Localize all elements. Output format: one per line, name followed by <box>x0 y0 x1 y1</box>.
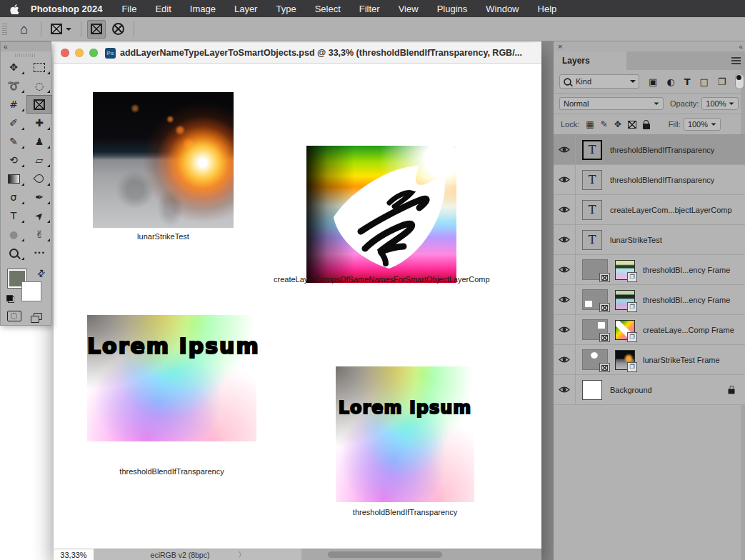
canvas-area[interactable]: lunarStrikeTest createLayerCompsOfSameNa… <box>54 64 541 549</box>
menu-item-image[interactable]: Image <box>181 4 225 14</box>
pen-tool[interactable]: ✒ <box>26 188 52 206</box>
filter-pixel-layers-icon[interactable]: ▣ <box>649 76 657 87</box>
home-icon[interactable]: ⌂ <box>20 21 28 37</box>
menu-item-layer[interactable]: Layer <box>225 4 267 14</box>
visibility-cell[interactable] <box>554 315 576 344</box>
visibility-cell[interactable] <box>554 375 576 404</box>
color-profile-status[interactable]: eciRGB v2 (8bpc) 〉 <box>94 549 301 560</box>
background-layer-thumbnail[interactable] <box>582 380 602 400</box>
visibility-eye-icon[interactable] <box>559 356 570 364</box>
filter-shape-layers-icon[interactable]: □ <box>700 76 709 87</box>
frame-content-thumbnail[interactable]: ❐ <box>615 260 635 280</box>
zoom-level-field[interactable]: 33,33% <box>54 549 94 560</box>
menu-item-view[interactable]: View <box>389 4 428 14</box>
visibility-eye-icon[interactable] <box>559 146 570 154</box>
menu-item-help[interactable]: Help <box>529 4 566 14</box>
layer-name[interactable]: createLaye...Comp Frame <box>643 326 734 334</box>
horizontal-scrollbar-thumb[interactable] <box>328 551 442 558</box>
eraser-tool[interactable]: ▱ <box>26 151 52 169</box>
visibility-eye-icon[interactable] <box>559 296 570 304</box>
filter-type-layers-icon[interactable]: T <box>684 76 691 87</box>
type-layer-thumbnail[interactable]: T <box>582 170 602 190</box>
lock-move-icon[interactable]: ✥ <box>614 119 621 129</box>
visibility-cell[interactable] <box>554 225 576 254</box>
healing-brush-tool[interactable]: ✚ <box>26 114 52 132</box>
lasso-tool[interactable]: ➰ <box>1 76 26 95</box>
document-title-bar[interactable]: Ps addLayerNameTypeLayerToSmartObjects.p… <box>54 43 541 64</box>
brush-tool[interactable]: ✎ <box>1 132 26 151</box>
visibility-cell[interactable] <box>554 285 576 314</box>
menu-item-select[interactable]: Select <box>306 4 350 14</box>
type-layer-thumbnail[interactable]: T <box>582 140 602 160</box>
layer-name[interactable]: createLayerCom...bjectLayerComp <box>610 206 732 214</box>
options-bar-grip[interactable] <box>2 24 7 35</box>
tools-palette-header[interactable]: « <box>1 42 51 51</box>
elliptical-frame-mode-button[interactable] <box>109 20 128 39</box>
marquee-tool[interactable] <box>26 58 52 76</box>
fill-dropdown[interactable]: 100% <box>684 118 721 131</box>
visibility-cell[interactable] <box>554 135 576 164</box>
menu-item-edit[interactable]: Edit <box>146 4 180 14</box>
visibility-eye-icon[interactable] <box>559 326 570 334</box>
layer-row[interactable]: TcreateLayerCom...bjectLayerComp <box>554 195 745 225</box>
object-selection-tool[interactable]: ◌ <box>26 76 52 95</box>
lock-artboard-icon[interactable] <box>628 121 636 129</box>
menu-item-filter[interactable]: Filter <box>350 4 389 14</box>
visibility-eye-icon[interactable] <box>559 386 570 394</box>
layer-row[interactable]: TlunarStrikeTest <box>554 225 745 255</box>
blend-mode-dropdown[interactable]: Normal <box>559 97 664 110</box>
gradient-tool[interactable] <box>1 169 26 188</box>
lock-all-icon[interactable] <box>643 124 650 129</box>
dodge-tool[interactable]: σ <box>1 188 26 206</box>
layer-row[interactable]: ❐lunarStrikeTest Frame <box>554 345 745 375</box>
default-colors-icon[interactable] <box>6 295 14 303</box>
layer-name[interactable]: Background <box>610 386 652 394</box>
kind-filter-dropdown[interactable]: Kind <box>559 74 639 89</box>
hand-tool[interactable]: ✌ <box>26 225 52 244</box>
lock-transparency-icon[interactable]: ▦ <box>586 119 594 129</box>
frame-thumbnail[interactable] <box>582 349 608 370</box>
tab-layers[interactable]: Layers <box>554 51 626 70</box>
layer-name[interactable]: thresholdBl...ency Frame <box>643 296 730 304</box>
zoom-button[interactable] <box>89 49 98 57</box>
visibility-eye-icon[interactable] <box>559 176 570 184</box>
layer-row[interactable]: ❐thresholdBl...ency Frame <box>554 255 745 285</box>
quick-mask-mode-button[interactable] <box>7 311 21 321</box>
frame-content-thumbnail[interactable]: ❐ <box>615 290 635 310</box>
collapse-panels-icon[interactable]: « <box>739 43 741 51</box>
swap-colors-icon[interactable]: ⇄ <box>34 266 47 279</box>
collapse-toolbar-icon[interactable]: « <box>4 44 6 51</box>
layer-name[interactable]: thresholdBl...ency Frame <box>643 266 730 274</box>
layer-row[interactable]: ❐createLaye...Comp Frame <box>554 315 745 345</box>
screen-mode-button[interactable] <box>34 313 42 320</box>
visibility-eye-icon[interactable] <box>559 236 570 244</box>
filter-smart-objects-icon[interactable]: ❐ <box>718 76 726 87</box>
visibility-cell[interactable] <box>554 195 576 224</box>
filter-adjustment-layers-icon[interactable]: ◐ <box>666 76 674 87</box>
layer-name[interactable]: lunarStrikeTest <box>610 236 662 244</box>
background-color-swatch[interactable] <box>22 282 41 301</box>
layer-row[interactable]: ❐thresholdBl...ency Frame <box>554 285 745 315</box>
type-tool[interactable]: T <box>1 206 26 225</box>
layer-name[interactable]: thresholdBlendIfTransparency <box>610 146 714 154</box>
path-selection-tool[interactable]: ➤ <box>26 206 52 225</box>
minimize-button[interactable] <box>75 49 84 57</box>
frame-content-thumbnail[interactable]: ❐ <box>615 350 635 370</box>
eyedropper-tool[interactable]: ✐ <box>1 114 26 132</box>
frame-thumbnail[interactable] <box>582 259 608 280</box>
menu-item-window[interactable]: Window <box>476 4 528 14</box>
menu-item-type[interactable]: Type <box>266 4 305 14</box>
close-button[interactable] <box>61 49 69 57</box>
blur-tool[interactable] <box>26 169 52 188</box>
layer-row[interactable]: TthresholdBlendIfTransparency <box>554 135 745 165</box>
zoom-tool[interactable] <box>1 244 26 262</box>
app-name-menu[interactable]: Photoshop 2024 <box>31 4 102 14</box>
visibility-cell[interactable] <box>554 255 576 284</box>
frame-thumbnail[interactable] <box>582 289 608 310</box>
layer-name[interactable]: thresholdBlendIfTransparency <box>610 176 714 184</box>
rectangular-frame-mode-button[interactable] <box>87 20 106 39</box>
menu-item-file[interactable]: File <box>112 4 146 14</box>
visibility-cell[interactable] <box>554 165 576 194</box>
history-brush-tool[interactable]: ⟲ <box>1 151 26 169</box>
frame-content-thumbnail[interactable]: ❐ <box>615 320 635 340</box>
